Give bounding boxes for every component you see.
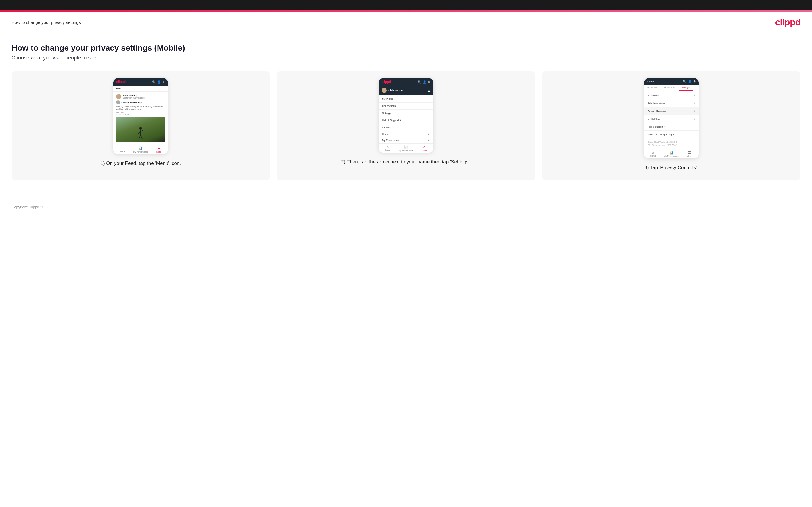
menu-item-profile[interactable]: My Profile xyxy=(379,95,433,103)
menu-icon: ☰ xyxy=(158,147,160,150)
menu-label-3: Menu xyxy=(687,155,692,157)
phone-3-bottom-nav: ⌂ Home 📊 My Performance ☰ Menu xyxy=(644,149,699,158)
tab-settings[interactable]: Settings xyxy=(678,85,693,91)
menu-item-settings[interactable]: Settings xyxy=(379,110,433,117)
my-profile-label: My Profile xyxy=(382,97,393,100)
performance-icon-2: 📊 xyxy=(404,145,408,149)
performance-label: My Performance xyxy=(134,151,148,153)
chevron-right-icon-2: › xyxy=(694,101,695,105)
svg-line-5 xyxy=(141,135,142,139)
phone-1-logo: clippd xyxy=(116,80,125,84)
menu-username: Blair McHarg xyxy=(389,89,405,92)
nav-performance: 📊 My Performance xyxy=(132,147,150,153)
help-support-label: Help & Support ↗ xyxy=(648,125,666,128)
settings-back-bar: < Back 🔍 👤 ⚙ xyxy=(644,78,699,85)
person-icon-2: 👤 xyxy=(423,80,426,83)
person-icon: 👤 xyxy=(157,80,161,83)
menu-item-logout[interactable]: Logout xyxy=(379,124,433,131)
settings-icon: ⚙ xyxy=(162,80,165,83)
connections-label: Connections xyxy=(382,105,396,107)
svg-point-0 xyxy=(140,127,142,129)
copyright-text: Copyright Clippd 2022 xyxy=(11,205,49,209)
step-1-card: clippd 🔍 👤 ⚙ Feed Blair M xyxy=(11,71,270,180)
search-icon-3: 🔍 xyxy=(683,80,687,83)
menu-icon-3: ☰ xyxy=(688,151,691,155)
golf-bag-label: My Golf Bag xyxy=(648,118,660,120)
chevron-up-icon: ▲ xyxy=(427,89,430,92)
feed-tab: Feed xyxy=(113,86,168,92)
golf-image xyxy=(116,117,165,143)
home-icon-2: ⌂ xyxy=(387,145,389,149)
nav2-close: ✕ Menu xyxy=(415,145,433,151)
step-2-phone: clippd 🔍 👤 ⚙ Blair McHarg ▲ xyxy=(379,78,433,153)
main-content: How to change your privacy settings (Mob… xyxy=(0,32,812,200)
chevron-down-icon: ▼ xyxy=(427,133,430,135)
feed-desc: Looking to feel like my hands are exitin… xyxy=(116,105,165,110)
tab-my-profile[interactable]: My Profile xyxy=(644,85,660,91)
home-label-2: Home xyxy=(385,149,391,151)
performance-icon-3: 📊 xyxy=(669,151,673,155)
svg-line-2 xyxy=(138,131,141,134)
nav2-home: ⌂ Home xyxy=(379,145,397,151)
client-version: Clippd Client Version: 2022.8.3-3 xyxy=(648,140,695,144)
menu-section-home[interactable]: Home ▼ xyxy=(379,131,433,137)
step-3-caption: 3) Tap 'Privacy Controls'. xyxy=(644,164,698,171)
menu-item-connections[interactable]: Connections xyxy=(379,103,433,110)
phone-2-logo: clippd xyxy=(382,80,391,84)
help-label: Help & Support ↗ xyxy=(382,119,402,122)
menu-section-performance[interactable]: My Performance ▼ xyxy=(379,137,433,143)
step-3-phone: < Back 🔍 👤 ⚙ My Profile Connections xyxy=(644,78,699,158)
menu-user-row: Blair McHarg ▲ xyxy=(379,86,433,95)
phone-2-icons: 🔍 👤 ⚙ xyxy=(417,80,430,83)
home-section-label: Home xyxy=(382,133,389,135)
service-privacy-label: Service & Privacy Policy ↗ xyxy=(648,133,675,135)
logout-label: Logout xyxy=(382,126,390,129)
home-label-3: Home xyxy=(650,155,656,157)
feed-user-sub: Yesterday · Sunningdale xyxy=(123,97,145,99)
version-info: Clippd Client Version: 2022.8.3-3 GQL Se… xyxy=(644,138,699,149)
phone-1-topbar: clippd 🔍 👤 ⚙ xyxy=(113,78,168,86)
phone-2-topbar: clippd 🔍 👤 ⚙ xyxy=(379,78,433,86)
tab-connections[interactable]: Connections xyxy=(660,85,678,91)
header: How to change your privacy settings clip… xyxy=(0,12,812,32)
settings-icon-2: ⚙ xyxy=(428,80,430,83)
settings-item-service-privacy[interactable]: Service & Privacy Policy ↗ xyxy=(644,131,699,138)
phone-2-bottom-nav: ⌂ Home 📊 My Performance ✕ Menu xyxy=(379,143,433,153)
menu-avatar xyxy=(382,88,387,93)
golfer-figure xyxy=(136,127,145,141)
feed-username: Blair McHarg xyxy=(123,94,145,97)
menu-user-info: Blair McHarg xyxy=(382,88,405,93)
menu-label-2: Menu xyxy=(422,149,427,151)
settings-item-data-integrations[interactable]: Data Integrations › xyxy=(644,99,699,107)
back-button[interactable]: < Back xyxy=(647,80,654,83)
feed-lesson-row: Lesson with Fordy xyxy=(116,100,165,104)
settings-item-my-account[interactable]: My Account › xyxy=(644,91,699,99)
my-account-label: My Account xyxy=(648,94,659,96)
phone-1-icons: 🔍 👤 ⚙ xyxy=(152,80,165,83)
nav3-menu: ☰ Menu xyxy=(680,151,699,157)
phone-3-icons: 🔍 👤 ⚙ xyxy=(683,80,696,83)
chevron-right-icon-4: › xyxy=(694,117,695,121)
step-3-card: < Back 🔍 👤 ⚙ My Profile Connections xyxy=(542,71,801,180)
menu-item-help[interactable]: Help & Support ↗ xyxy=(379,117,433,124)
feed-duration: Duration 01 hr : 30 min xyxy=(116,111,165,115)
settings-item-help[interactable]: Help & Support ↗ xyxy=(644,123,699,131)
footer: Copyright Clippd 2022 xyxy=(0,200,812,216)
menu-label: Menu xyxy=(156,151,162,153)
duration-value: 01 hr : 30 min xyxy=(116,113,129,115)
nav-home: ⌂ Home xyxy=(113,147,132,153)
step-1-caption: 1) On your Feed, tap the 'Menu' icon. xyxy=(101,160,181,167)
home-icon: ⌂ xyxy=(121,147,123,150)
settings-item-golf-bag[interactable]: My Golf Bag › xyxy=(644,115,699,123)
performance-icon: 📊 xyxy=(139,147,143,150)
nav3-performance: 📊 My Performance xyxy=(662,151,680,157)
page-subheading: Choose what you want people to see xyxy=(11,55,801,61)
performance-label-3: My Performance xyxy=(664,155,678,157)
steps-container: clippd 🔍 👤 ⚙ Feed Blair M xyxy=(11,71,801,180)
settings-item-privacy-controls[interactable]: Privacy Controls › xyxy=(644,107,699,115)
performance-section-label: My Performance xyxy=(382,139,400,142)
lesson-title: Lesson with Fordy xyxy=(121,101,142,104)
step-1-phone: clippd 🔍 👤 ⚙ Feed Blair M xyxy=(113,78,168,154)
search-icon: 🔍 xyxy=(152,80,156,83)
page-heading: How to change your privacy settings (Mob… xyxy=(11,43,801,53)
